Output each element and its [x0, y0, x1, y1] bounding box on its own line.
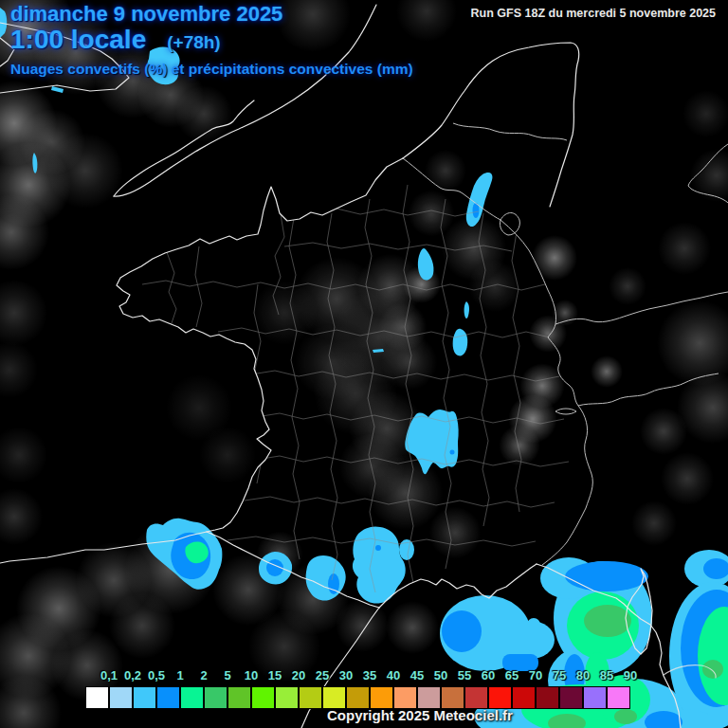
legend-color-swatch — [299, 686, 322, 709]
legend-cell: 10 — [228, 666, 251, 709]
legend-cell: 15 — [251, 666, 275, 709]
legend-color-swatch — [417, 686, 441, 709]
legend-color-swatch — [370, 686, 393, 709]
legend-cell: 20 — [275, 666, 299, 709]
legend-cell: 2 — [180, 666, 204, 709]
legend-cell: 25 — [299, 666, 322, 709]
legend-cell: 55 — [441, 666, 464, 709]
legend-cell: 60 — [464, 666, 488, 709]
legend-color-swatch — [275, 686, 299, 709]
legend-cell: 85 — [583, 666, 607, 709]
legend-cell: 40 — [370, 666, 393, 709]
precipitation-legend: 0,10,20,51251015202530354045505560657075… — [85, 666, 630, 709]
legend-color-swatch — [251, 686, 275, 709]
legend-cell: 30 — [322, 666, 346, 709]
legend-cell: 35 — [346, 666, 370, 709]
legend-color-swatch — [109, 686, 133, 709]
legend-cell: 45 — [393, 666, 417, 709]
legend-color-swatch — [180, 686, 204, 709]
legend-cell: 70 — [512, 666, 536, 709]
map-subtitle: Nuages convectifs (%) et précipitations … — [10, 61, 413, 78]
legend-color-swatch — [322, 686, 346, 709]
legend-color-swatch — [133, 686, 156, 709]
legend-cell: 80 — [559, 666, 583, 709]
legend-color-swatch — [536, 686, 559, 709]
forecast-date: dimanche 9 novembre 2025 — [10, 2, 413, 27]
legend-color-swatch — [559, 686, 583, 709]
legend-color-swatch — [488, 686, 512, 709]
legend-color-swatch — [204, 686, 228, 709]
legend-color-swatch — [512, 686, 536, 709]
legend-cell: 90 — [607, 666, 630, 709]
weather-map-viewport: dimanche 9 novembre 2025 1:00 locale(+78… — [0, 0, 728, 728]
legend-color-swatch — [441, 686, 464, 709]
header: dimanche 9 novembre 2025 1:00 locale(+78… — [10, 2, 413, 78]
legend-cell: 75 — [536, 666, 559, 709]
legend-cell: 50 — [417, 666, 441, 709]
copyright-text: Copyright 2025 Meteociel.fr — [327, 707, 513, 723]
legend-cell: 5 — [204, 666, 228, 709]
legend-color-swatch — [607, 686, 630, 709]
map-canvas — [0, 0, 728, 728]
forecast-offset: (+78h) — [167, 32, 221, 52]
legend-color-swatch — [393, 686, 417, 709]
legend-cell: 65 — [488, 666, 512, 709]
legend-cell: 0,5 — [133, 666, 156, 709]
legend-color-swatch — [228, 686, 251, 709]
legend-color-swatch — [583, 686, 607, 709]
legend-color-swatch — [464, 686, 488, 709]
legend-color-swatch — [346, 686, 370, 709]
legend-color-swatch — [156, 686, 180, 709]
legend-cell: 1 — [156, 666, 180, 709]
legend-color-swatch — [85, 686, 109, 709]
legend-cell: 0,1 — [85, 666, 109, 709]
run-info: Run GFS 18Z du mercredi 5 novembre 2025 — [471, 7, 716, 20]
legend-threshold-label: 90 — [624, 667, 637, 684]
forecast-time: 1:00 locale — [10, 25, 146, 54]
legend-cell: 0,2 — [109, 666, 133, 709]
